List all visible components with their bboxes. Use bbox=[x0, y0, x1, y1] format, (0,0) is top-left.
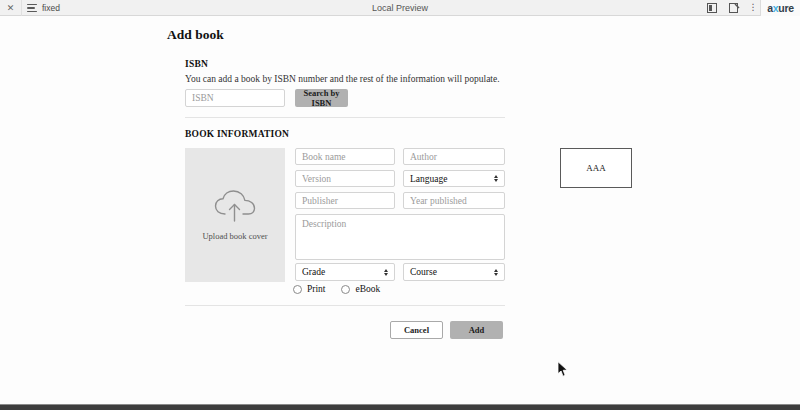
author-input[interactable] bbox=[403, 148, 505, 165]
course-select[interactable]: Course bbox=[403, 263, 505, 281]
radio-print[interactable]: Print bbox=[293, 284, 325, 294]
grade-select-value: Grade bbox=[302, 267, 325, 277]
grade-select[interactable]: Grade bbox=[295, 263, 395, 281]
year-published-input[interactable] bbox=[403, 192, 505, 209]
window-bottom-edge bbox=[0, 404, 800, 410]
sitemap-menu-icon[interactable] bbox=[27, 4, 37, 12]
isbn-section-heading: ISBN bbox=[185, 59, 208, 69]
aaa-note-box: AAA bbox=[560, 148, 632, 188]
isbn-section-description: You can add a book by ISBN number and th… bbox=[185, 74, 500, 84]
radio-ebook-label: eBook bbox=[355, 284, 380, 294]
upload-book-cover-dropzone[interactable]: Upload book cover bbox=[185, 148, 285, 282]
close-icon[interactable]: ✕ bbox=[0, 0, 22, 16]
description-textarea[interactable] bbox=[295, 214, 505, 260]
toolbar-title: Local Preview bbox=[0, 0, 800, 16]
add-button[interactable]: Add bbox=[450, 321, 503, 339]
select-stepper-icon bbox=[494, 269, 498, 276]
page-title: Add book bbox=[167, 27, 224, 43]
cancel-button[interactable]: Cancel bbox=[390, 321, 443, 339]
current-page-name: fixed bbox=[42, 0, 60, 16]
language-select[interactable]: Language bbox=[403, 170, 505, 187]
preview-toolbar: ✕ fixed Local Preview ⋮ axure bbox=[0, 0, 800, 16]
cloud-upload-icon bbox=[212, 189, 258, 227]
radio-ebook-circle[interactable] bbox=[341, 285, 350, 294]
search-by-isbn-button[interactable]: Search by ISBN bbox=[295, 89, 348, 107]
axure-logo[interactable]: axure bbox=[760, 0, 800, 16]
console-panel-icon[interactable] bbox=[704, 2, 720, 14]
more-vertical-icon[interactable]: ⋮ bbox=[748, 0, 758, 16]
publisher-input[interactable] bbox=[295, 192, 395, 209]
select-stepper-icon bbox=[494, 175, 498, 182]
radio-print-circle[interactable] bbox=[293, 285, 302, 294]
isbn-input[interactable] bbox=[185, 89, 285, 107]
section-divider bbox=[185, 305, 505, 306]
select-stepper-icon bbox=[384, 269, 388, 276]
radio-ebook[interactable]: eBook bbox=[341, 284, 380, 294]
upload-book-cover-label: Upload book cover bbox=[202, 231, 267, 241]
mouse-cursor bbox=[557, 361, 569, 382]
format-radio-group: Print eBook bbox=[293, 284, 380, 294]
language-select-value: Language bbox=[410, 174, 447, 184]
radio-print-label: Print bbox=[307, 284, 325, 294]
version-input[interactable] bbox=[295, 170, 395, 187]
course-select-value: Course bbox=[410, 267, 437, 277]
book-information-heading: BOOK INFORMATION bbox=[185, 129, 289, 139]
book-name-input[interactable] bbox=[295, 148, 395, 165]
section-divider bbox=[185, 117, 505, 118]
adaptive-page-icon[interactable] bbox=[726, 2, 742, 14]
